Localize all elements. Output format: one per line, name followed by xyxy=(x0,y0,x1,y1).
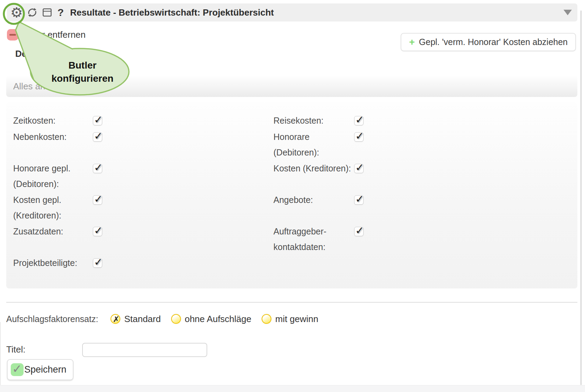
check-icon: ✓ xyxy=(355,114,364,125)
markup-factor-label: Aufschlagsfaktorensatz: xyxy=(6,314,98,324)
checkbox-kosten-gepl[interactable]: ✓ xyxy=(93,195,102,205)
check-all-band: Alles anhaken xyxy=(6,75,577,97)
checkbox-nebenkosten[interactable]: ✓ xyxy=(93,132,102,142)
row-nebenkosten: Nebenkosten: ✓ xyxy=(13,129,173,145)
plus-icon: + xyxy=(409,37,414,47)
checkbox-honorare-debitoren[interactable]: ✓ xyxy=(354,132,364,142)
row-reisekosten: Reisekosten: ✓ xyxy=(273,113,433,128)
refresh-icon[interactable] xyxy=(26,7,38,18)
row-auftraggeber-kontaktdaten: Auftraggeber-kontaktdaten: ✓ xyxy=(273,224,433,255)
checkbox-reisekosten[interactable]: ✓ xyxy=(354,116,364,125)
check-icon: ✓ xyxy=(355,225,364,236)
detail-options-section: Zeitkosten: ✓ Nebenkosten: ✓ Honorare ge… xyxy=(6,103,577,288)
save-check-icon: ✓ xyxy=(11,363,24,376)
row-honorare-gepl: Honorare gepl. (Debitoren): ✓ xyxy=(13,161,173,192)
details-heading: Detaillierung xyxy=(15,48,70,59)
check-icon: ✓ xyxy=(94,225,103,236)
checkbox-auftraggeber-kontaktdaten[interactable]: ✓ xyxy=(354,227,364,236)
honorare-gepl-label: Honorare gepl. (Debitoren): xyxy=(13,161,91,192)
deduct-costs-button[interactable]: + Gepl. 'verm. Honorar' Kosten abziehen xyxy=(401,33,576,51)
panel-title: Resultate - Betriebswirtschaft: Projektü… xyxy=(70,7,274,18)
row-angebote: Angebote: ✓ xyxy=(273,192,433,208)
checkbox-zusatzdaten[interactable]: ✓ xyxy=(93,227,102,236)
auftraggeber-kontaktdaten-label: Auftraggeber-kontaktdaten: xyxy=(273,224,351,255)
row-zeitkosten: Zeitkosten: ✓ xyxy=(13,113,173,128)
callout-text-line1: Butler xyxy=(69,60,97,71)
check-icon: ✓ xyxy=(94,114,103,125)
radio-option-ohne-aufschlaege[interactable]: ohne Aufschläge xyxy=(171,314,251,324)
selected-x-icon: ✗ xyxy=(113,314,119,324)
titel-input[interactable] xyxy=(82,343,207,357)
radio-ohne-aufschlaege-label: ohne Aufschläge xyxy=(185,314,251,324)
check-icon: ✓ xyxy=(355,162,364,173)
remove-butler-button[interactable]: Butler entfernen xyxy=(7,29,86,41)
scrollbar-track xyxy=(580,10,582,385)
row-projektbeteiligte: Projektbeteiligte: ✓ xyxy=(13,255,173,271)
row-zusatzdaten: Zusatzdaten: ✓ xyxy=(13,224,173,239)
check-icon: ✓ xyxy=(94,162,103,173)
check-glyph: ✓ xyxy=(12,363,22,375)
section-divider xyxy=(6,302,577,303)
projektbeteiligte-label: Projektbeteiligte: xyxy=(13,255,91,271)
angebote-label: Angebote: xyxy=(273,192,351,208)
collapse-panel-icon[interactable] xyxy=(564,10,572,15)
reisekosten-label: Reisekosten: xyxy=(273,113,351,128)
zusatzdaten-label: Zusatzdaten: xyxy=(13,224,91,239)
radio-mit-gewinn-icon[interactable] xyxy=(262,314,271,324)
checkbox-honorare-gepl[interactable]: ✓ xyxy=(93,164,102,173)
minus-icon xyxy=(7,29,18,41)
honorare-debitoren-label: Honorare (Debitoren): xyxy=(273,129,351,160)
check-icon: ✓ xyxy=(94,256,103,268)
kosten-gepl-label: Kosten gepl. (Kreditoren): xyxy=(13,192,91,223)
deduct-costs-label: Gepl. 'verm. Honorar' Kosten abziehen xyxy=(419,37,568,47)
row-kosten-kreditoren: Kosten (Kreditoren): ✓ xyxy=(273,161,433,176)
titel-label: Titel: xyxy=(6,344,25,355)
row-honorare-debitoren: Honorare (Debitoren): ✓ xyxy=(273,129,433,160)
bottom-strip xyxy=(0,385,585,392)
check-icon: ✓ xyxy=(355,193,364,205)
radio-option-standard[interactable]: ✗ Standard xyxy=(111,314,161,324)
radio-option-mit-gewinn[interactable]: mit gewinn xyxy=(262,314,318,324)
checkbox-zeitkosten[interactable]: ✓ xyxy=(93,116,102,125)
markup-factor-row: Aufschlagsfaktorensatz: ✗ Standard ohne … xyxy=(6,313,329,325)
save-button[interactable]: ✓ Speichern xyxy=(7,359,73,380)
checkbox-kosten-kreditoren[interactable]: ✓ xyxy=(354,164,364,173)
help-icon[interactable]: ? xyxy=(58,7,64,18)
checkbox-angebote[interactable]: ✓ xyxy=(354,195,364,205)
remove-butler-label: Butler entfernen xyxy=(21,29,86,40)
radio-standard-label: Standard xyxy=(124,314,161,324)
panel-header: ⚙ ? Resultate - Betriebswirtschaft: Proj… xyxy=(7,3,577,21)
check-icon: ✓ xyxy=(94,193,103,205)
save-button-label: Speichern xyxy=(24,364,67,375)
check-icon: ✓ xyxy=(355,130,364,142)
radio-mit-gewinn-label: mit gewinn xyxy=(275,314,318,324)
check-all-link[interactable]: Alles anhaken xyxy=(13,81,70,92)
radio-standard-icon[interactable]: ✗ xyxy=(111,314,120,324)
panel-left-border xyxy=(0,322,1,385)
nebenkosten-label: Nebenkosten: xyxy=(13,129,91,145)
checkbox-projektbeteiligte[interactable]: ✓ xyxy=(93,258,102,268)
zeitkosten-label: Zeitkosten: xyxy=(13,113,91,128)
radio-ohne-aufschlaege-icon[interactable] xyxy=(171,314,181,324)
row-kosten-gepl: Kosten gepl. (Kreditoren): ✓ xyxy=(13,192,173,223)
check-icon: ✓ xyxy=(94,130,103,142)
window-icon[interactable] xyxy=(42,8,52,17)
kosten-kreditoren-label: Kosten (Kreditoren): xyxy=(273,161,351,176)
gear-icon[interactable]: ⚙ xyxy=(10,6,23,19)
